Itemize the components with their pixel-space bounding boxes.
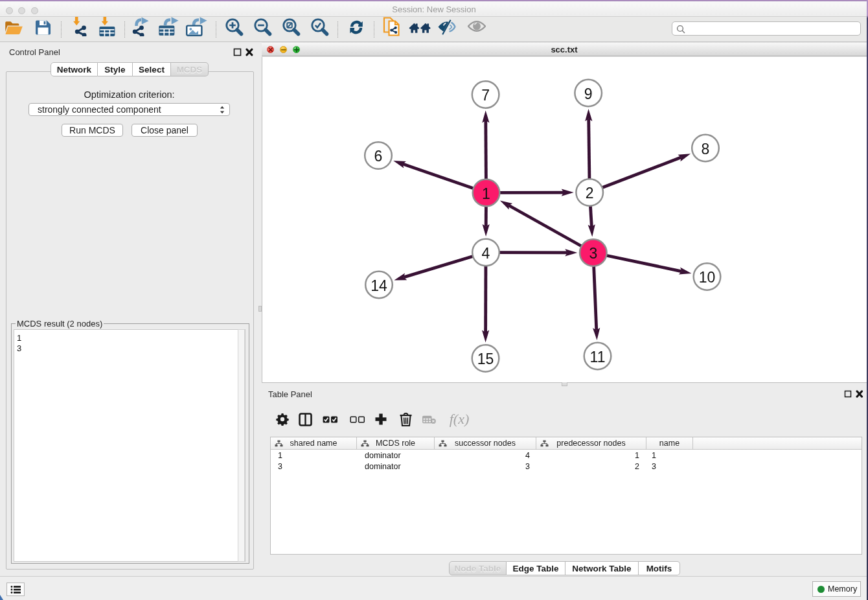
svg-text:1: 1 bbox=[482, 185, 490, 202]
svg-text:6: 6 bbox=[374, 148, 383, 165]
svg-text:7: 7 bbox=[481, 87, 490, 104]
svg-text:8: 8 bbox=[702, 141, 710, 157]
svg-text:15: 15 bbox=[477, 351, 494, 367]
svg-text:9: 9 bbox=[584, 86, 593, 102]
svg-text:3: 3 bbox=[589, 245, 597, 262]
svg-text:2: 2 bbox=[586, 185, 594, 202]
svg-text:4: 4 bbox=[482, 245, 490, 262]
svg-text:11: 11 bbox=[590, 349, 606, 365]
svg-text:14: 14 bbox=[371, 277, 387, 294]
svg-text:10: 10 bbox=[699, 269, 716, 286]
